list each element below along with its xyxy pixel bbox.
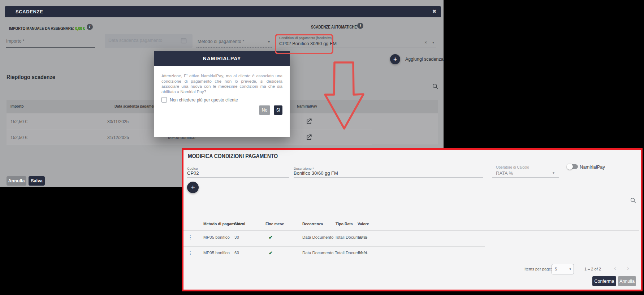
col-namirialpay: NamirialPay	[297, 104, 321, 108]
cell-giorni: 60	[234, 251, 239, 255]
previous-page-icon[interactable]: ‹	[614, 265, 616, 272]
plus-icon: +	[191, 183, 195, 192]
dialog-titlebar: NAMIRIALPAY	[154, 51, 290, 66]
codice-field-label: Codice	[187, 166, 198, 170]
page-range-label: 1 – 2 of 2	[584, 267, 601, 271]
descrizione-field-value[interactable]: Bonifico 30/60 gg FM	[294, 170, 338, 176]
dont-ask-again-checkbox[interactable]: Non chiedere più per questo cliente	[161, 97, 238, 103]
col-giorni: Giorni	[234, 222, 245, 226]
modifica-condizioni-panel: MODIFICA CONDIZIONI PAGAMENTO Codice CP0…	[182, 148, 643, 291]
items-per-page-label: Items per page:	[524, 267, 552, 271]
external-link-icon[interactable]	[305, 133, 313, 141]
auto-deadlines-label: SCADENZE AUTOMATICHE	[311, 25, 357, 30]
checkbox-icon	[161, 97, 167, 103]
row-divider	[183, 261, 485, 261]
window-title: SCADENZE	[16, 6, 43, 17]
dialog-message: Attenzione, E' attivo NamirialPay, ma al…	[161, 73, 282, 94]
row-divider	[7, 144, 372, 144]
add-row-button[interactable]: +	[187, 182, 199, 193]
codice-field-value[interactable]: CP02	[187, 170, 199, 176]
close-icon[interactable]: ✖	[432, 9, 436, 14]
metodo-select[interactable]	[196, 47, 272, 48]
cell-importo: 152,50 €	[10, 135, 27, 140]
dialog-title: NAMIRIALPAY	[203, 56, 241, 61]
namirialpay-toggle-label: NamirialPay	[580, 164, 605, 170]
importo-input[interactable]	[6, 47, 95, 48]
riepilogo-title: Riepilogo scadenze	[7, 74, 64, 81]
descrizione-field-label: Descrizione *	[294, 166, 314, 170]
operatore-select-label: Operatore di Calcolo	[496, 165, 529, 169]
aggiungi-scadenza-label: Aggiungi scadenza	[405, 57, 444, 62]
row-menu-kebab-icon[interactable]: ⋮	[188, 250, 193, 256]
cell-valore: 50 %	[358, 251, 367, 255]
chevron-down-icon[interactable]: ▾	[553, 171, 554, 175]
no-button[interactable]: No	[259, 105, 270, 115]
clear-icon[interactable]: ×	[424, 40, 427, 45]
items-per-page-select[interactable]: 5 ▾	[552, 264, 574, 274]
chevron-down-icon[interactable]: ▾	[268, 40, 270, 44]
checkbox-label: Non chiedere più per questo cliente	[170, 97, 238, 103]
manual-amount-label: IMPORTO MANUALE DA ASSEGNARE:	[9, 26, 74, 31]
cell-data: 30/11/2025	[107, 119, 129, 124]
namirialpay-dialog: NAMIRIALPAY Attenzione, E' attivo Namiri…	[154, 51, 290, 137]
codice-underline	[187, 177, 289, 178]
date-scadenza-input[interactable]: Data scadenza pagamento	[105, 34, 193, 48]
cell-data: 31/12/2025	[107, 135, 129, 140]
next-page-icon[interactable]: ›	[627, 265, 629, 272]
operatore-underline	[492, 177, 559, 178]
fine-mese-check-icon: ✔	[269, 250, 273, 256]
cell-giorni: 30	[234, 235, 239, 239]
search-icon[interactable]	[630, 197, 636, 204]
col-fine-mese: Fine mese	[265, 222, 284, 226]
descrizione-underline	[294, 177, 483, 178]
info-icon[interactable]: i	[357, 23, 363, 29]
cell-decorrenza: Data Documento	[302, 251, 333, 255]
chevron-down-icon: ▾	[569, 267, 571, 271]
search-icon[interactable]	[432, 83, 439, 90]
annulla-button[interactable]: Annulla	[7, 176, 26, 186]
aggiungi-scadenza-button[interactable]: + Aggiungi scadenza	[390, 54, 444, 64]
manual-amount-value: 0,00 €	[75, 26, 85, 31]
external-link-icon[interactable]	[305, 117, 313, 125]
plus-icon: +	[390, 54, 400, 64]
row-divider	[183, 246, 485, 247]
operatore-select-value[interactable]: RATA %	[496, 170, 513, 176]
fine-mese-check-icon: ✔	[269, 235, 273, 240]
info-icon[interactable]: i	[87, 24, 93, 30]
panel-title: MODIFICA CONDIZIONI PAGAMENTO	[188, 153, 294, 160]
col-decorrenza: Decorrenza	[302, 222, 323, 226]
screen: SCADENZE ✖ IMPORTO MANUALE DA ASSEGNARE:…	[0, 0, 644, 295]
conferma-button[interactable]: Conferma	[592, 276, 616, 286]
annotation-highlight-rect	[275, 34, 333, 54]
col-tipo-rata: Tipo Rata	[336, 222, 353, 226]
col-valore: Valore	[358, 222, 369, 226]
toggle-knob	[567, 164, 573, 170]
row-menu-kebab-icon[interactable]: ⋮	[188, 234, 193, 240]
annulla-button[interactable]: Annulla	[618, 276, 636, 286]
si-button[interactable]: Si	[274, 105, 282, 115]
cell-valore: 50 %	[358, 235, 367, 239]
calendar-icon	[181, 38, 187, 44]
metodo-select-label: Metodo di pagamento *	[198, 39, 244, 44]
scadenze-titlebar: SCADENZE ✖	[5, 6, 441, 17]
cell-importo: 152,50 €	[10, 119, 27, 124]
date-scadenza-placeholder: Data scadenza pagamento	[108, 38, 162, 43]
cell-metodo: MP05 bonifico	[203, 251, 230, 255]
header-divider	[183, 230, 639, 231]
col-importo: Importo	[10, 104, 26, 108]
salva-button[interactable]: Salva	[29, 176, 45, 186]
importo-field-label: Importo *	[6, 39, 25, 44]
cell-decorrenza: Data Documento	[302, 235, 333, 239]
cell-metodo: MP05 bonifico	[203, 235, 230, 239]
chevron-down-icon[interactable]: ▾	[432, 40, 434, 44]
annotation-arrow-down	[321, 61, 367, 131]
